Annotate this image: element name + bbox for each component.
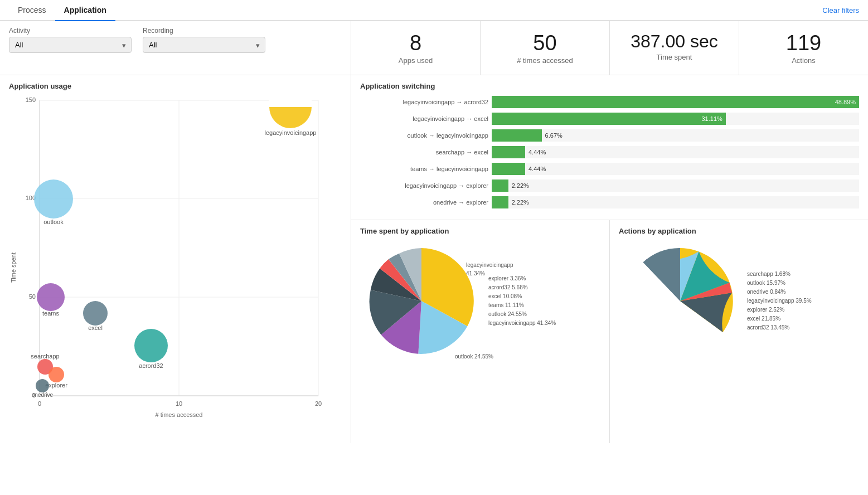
stat-time-spent-value: 387.00 sec [619, 31, 730, 52]
bar-label-3: searchapp → excel [360, 149, 488, 156]
stat-actions-value: 119 [748, 31, 859, 55]
bar-row-1: legacyinvoicingapp → excel 31.11% [360, 113, 859, 125]
bar-row-6: onedrive → explorer 2.22% [360, 196, 859, 208]
stat-times-accessed-value: 50 [489, 31, 600, 55]
recording-filter-group: Recording All [143, 27, 265, 69]
svg-rect-19 [269, 84, 312, 107]
time-pie-label-teams: teams 11.11% [488, 301, 556, 310]
actions-by-app-panel: Actions by application [610, 220, 868, 443]
svg-text:150: 150 [26, 96, 36, 103]
svg-text:legacyinvoicingapp: legacyinvoicingapp [265, 129, 317, 136]
time-pie-label-outlook: outlook 24.55% [488, 310, 556, 319]
svg-text:10: 10 [176, 400, 182, 407]
activity-select[interactable]: All [9, 37, 132, 53]
bar-row-3: searchapp → excel 4.44% [360, 146, 859, 158]
actions-pie-label-onedrive: onedrive 0.84% [747, 288, 812, 297]
bar-label-4: teams → legacyinvoicingapp [360, 166, 488, 172]
actions-by-app-title: Actions by application [619, 227, 859, 235]
app-usage-panel: Application usage Time spent [0, 75, 351, 443]
stat-time-spent: 387.00 sec Time spent [610, 21, 739, 75]
time-by-app-title: Time spent by application [360, 227, 600, 235]
actions-pie-chart [619, 240, 741, 362]
stat-actions: 119 Actions [739, 21, 868, 75]
time-pie-label-legacyinvoicingapp: legacyinvoicingapp 41.34% [488, 319, 556, 328]
actions-pie-label-excel: excel 21.85% [747, 314, 812, 323]
bar-value-4: 4.44% [528, 166, 546, 172]
clear-filters-button[interactable]: Clear filters [822, 6, 859, 14]
bar-row-5: legacyinvoicingapp → explorer 2.22% [360, 179, 859, 192]
svg-text:0: 0 [38, 400, 41, 407]
stat-apps-used-value: 8 [360, 31, 471, 55]
bar-value-0: 48.89% [835, 99, 856, 105]
recording-select[interactable]: All [143, 37, 265, 53]
actions-pie-label-explorer: explorer 2.52% [747, 305, 812, 314]
svg-point-25 [83, 301, 108, 326]
actions-pie-label-legacyinvoicingapp: legacyinvoicingapp 39.5% [747, 297, 812, 305]
svg-point-23 [37, 283, 65, 311]
activity-filter-group: Activity All [9, 27, 132, 69]
stat-times-accessed: 50 # times accessed [481, 21, 610, 75]
bar-row-2: outlook → legacyinvoicingapp 6.67% [360, 129, 859, 142]
stat-apps-used: 8 Apps used [351, 21, 481, 75]
app-switching-panel: Application switching legacyinvoicingapp… [351, 75, 868, 220]
stat-time-spent-label: Time spent [619, 53, 730, 61]
tab-process[interactable]: Process [9, 0, 55, 20]
actions-pie-label-searchapp: searchapp 1.68% [747, 270, 812, 279]
bar-label-2: outlook → legacyinvoicingapp [360, 132, 488, 139]
activity-select-wrapper[interactable]: All [9, 37, 132, 53]
actions-pie-label-outlook: outlook 15.97% [747, 279, 812, 288]
recording-select-wrapper[interactable]: All [143, 37, 265, 53]
bar-value-2: 6.67% [545, 132, 562, 139]
svg-point-31 [49, 367, 64, 382]
activity-label: Activity [9, 27, 132, 35]
bar-value-3: 4.44% [528, 149, 546, 156]
time-pie-chart [360, 240, 483, 362]
recording-label: Recording [143, 27, 265, 35]
time-pie-label-excel: excel 10.08% [488, 292, 556, 301]
bar-row-0: legacyinvoicingapp → acrord32 48.89% [360, 96, 859, 108]
time-pie-label-acrord32: acrord32 5.68% [488, 283, 556, 292]
svg-text:teams: teams [42, 310, 59, 317]
bar-value-1: 31.11% [701, 115, 722, 122]
svg-text:onedrive: onedrive [32, 392, 54, 398]
svg-text:outlook: outlook [43, 219, 64, 225]
page: Process Application Clear filters Activi… [0, 0, 868, 495]
stat-times-accessed-label: # times accessed [489, 56, 600, 65]
svg-point-27 [134, 329, 168, 362]
bar-label-6: onedrive → explorer [360, 199, 488, 206]
app-switching-title: Application switching [360, 82, 859, 90]
svg-text:searchapp: searchapp [31, 353, 59, 360]
actions-pie-label-acrord32: acrord32 13.45% [747, 323, 812, 332]
bar-label-0: legacyinvoicingapp → acrord32 [360, 99, 488, 105]
stat-apps-used-label: Apps used [360, 56, 471, 65]
svg-point-21 [34, 179, 73, 219]
time-by-app-panel: Time spent by application [351, 220, 610, 443]
svg-point-33 [36, 379, 49, 392]
tab-application[interactable]: Application [55, 0, 115, 21]
bar-label-1: legacyinvoicingapp → excel [360, 115, 488, 122]
svg-text:20: 20 [315, 400, 322, 407]
time-pie-label-explorer: explorer 3.36% [488, 274, 556, 283]
stat-actions-label: Actions [748, 56, 859, 65]
svg-text:# times accessed: # times accessed [156, 411, 203, 418]
bar-label-5: legacyinvoicingapp → explorer [360, 182, 488, 189]
bar-value-6: 2.22% [512, 199, 529, 206]
svg-text:acrord32: acrord32 [139, 362, 163, 369]
bar-value-5: 2.22% [512, 182, 529, 189]
svg-text:Time spent: Time spent [10, 253, 17, 283]
svg-text:excel: excel [88, 324, 103, 331]
scatter-chart: Time spent 0 50 100 [9, 95, 338, 429]
bar-row-4: teams → legacyinvoicingapp 4.44% [360, 163, 859, 175]
svg-text:50: 50 [29, 293, 36, 300]
